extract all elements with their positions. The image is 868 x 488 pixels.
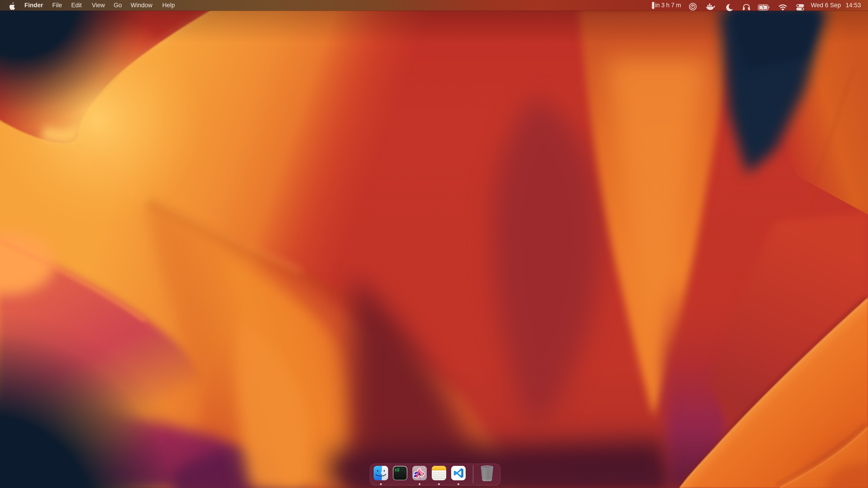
svg-text:$: $	[395, 468, 397, 473]
